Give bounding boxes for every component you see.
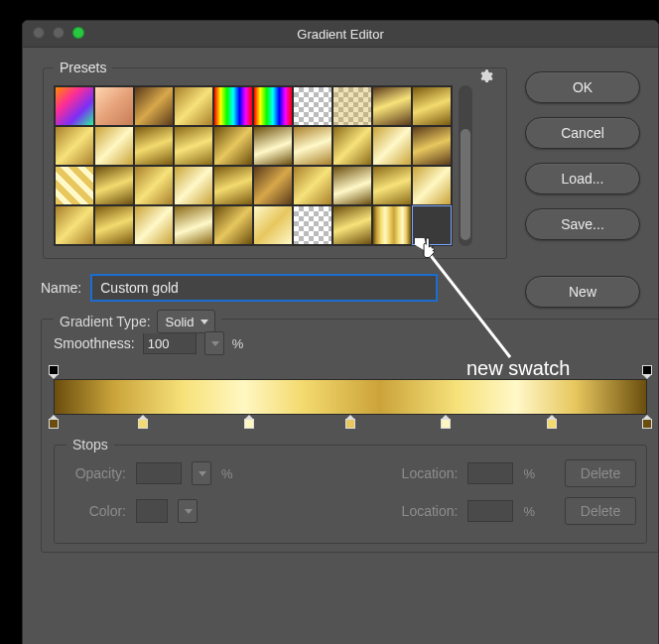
preset-swatch[interactable] xyxy=(253,166,293,205)
preset-swatch[interactable] xyxy=(55,205,94,245)
color-label: Color: xyxy=(65,503,126,519)
color-stop[interactable] xyxy=(244,415,254,425)
presets-scrollbar[interactable] xyxy=(459,85,472,246)
smoothness-input[interactable] xyxy=(143,332,197,354)
preset-swatch[interactable] xyxy=(94,86,134,126)
preset-swatch[interactable] xyxy=(55,166,94,205)
gradient-bar[interactable] xyxy=(54,379,647,415)
preset-swatch[interactable] xyxy=(253,86,293,126)
color-stop-rail[interactable] xyxy=(54,415,647,429)
preset-swatch[interactable] xyxy=(293,126,332,166)
presets-label: Presets xyxy=(54,60,112,75)
presets-group: Presets xyxy=(43,60,507,259)
ok-button-label: OK xyxy=(573,79,593,95)
opacity-location-input xyxy=(467,462,513,484)
preset-swatch[interactable] xyxy=(412,205,452,245)
window-title: Gradient Editor xyxy=(297,27,383,42)
preset-swatch[interactable] xyxy=(213,86,253,126)
name-input[interactable] xyxy=(91,275,437,301)
opacity-stepper xyxy=(192,461,211,485)
annotation-text: new swatch xyxy=(466,357,571,380)
preset-swatch[interactable] xyxy=(332,166,372,205)
new-button[interactable]: New xyxy=(525,276,640,308)
preset-swatch[interactable] xyxy=(412,86,452,126)
stops-group: Stops Opacity: % Location: % Delete Colo… xyxy=(54,445,647,544)
save-button[interactable]: Save... xyxy=(525,208,640,240)
preset-swatch[interactable] xyxy=(94,126,134,166)
preset-swatch[interactable] xyxy=(293,86,332,126)
titlebar: Gradient Editor xyxy=(23,21,658,48)
preset-swatch[interactable] xyxy=(412,166,452,205)
color-stop[interactable] xyxy=(345,415,355,425)
gradient-type-value: Solid xyxy=(166,315,195,329)
presets-scrollbar-thumb[interactable] xyxy=(461,129,470,240)
opacity-unit: % xyxy=(221,466,233,481)
opacity-location-unit: % xyxy=(523,466,535,481)
preset-swatch[interactable] xyxy=(332,205,372,245)
preset-swatch[interactable] xyxy=(174,205,213,245)
preset-swatch[interactable] xyxy=(332,126,372,166)
color-stop-row: Color: Location: % Delete xyxy=(65,497,636,525)
gradient-editor-window: Gradient Editor Presets OK Cancel Load..… xyxy=(22,20,659,644)
save-button-label: Save... xyxy=(561,216,604,232)
opacity-stop-row: Opacity: % Location: % Delete xyxy=(65,459,636,487)
preset-swatch[interactable] xyxy=(174,126,213,166)
preset-swatch[interactable] xyxy=(134,126,174,166)
preset-swatch[interactable] xyxy=(293,205,332,245)
preset-swatch[interactable] xyxy=(213,205,253,245)
preset-grid[interactable] xyxy=(54,85,453,246)
preset-swatch[interactable] xyxy=(372,166,412,205)
color-location-unit: % xyxy=(523,504,535,519)
cancel-button[interactable]: Cancel xyxy=(525,117,640,149)
presets-gear-icon[interactable] xyxy=(476,67,494,85)
opacity-stop[interactable] xyxy=(642,365,652,375)
preset-swatch[interactable] xyxy=(134,205,174,245)
preset-swatch[interactable] xyxy=(372,205,412,245)
preset-swatch[interactable] xyxy=(372,86,412,126)
preset-swatch[interactable] xyxy=(55,126,94,166)
new-button-label: New xyxy=(569,284,596,300)
color-stop[interactable] xyxy=(547,415,557,425)
preset-swatch[interactable] xyxy=(253,205,293,245)
preset-swatch[interactable] xyxy=(174,86,213,126)
opacity-stop[interactable] xyxy=(49,365,59,375)
preset-swatch[interactable] xyxy=(134,86,174,126)
preset-swatch[interactable] xyxy=(372,126,412,166)
preset-swatch[interactable] xyxy=(94,166,134,205)
preset-swatch[interactable] xyxy=(174,166,213,205)
smoothness-stepper[interactable] xyxy=(204,331,224,355)
preset-swatch[interactable] xyxy=(293,166,332,205)
preset-swatch[interactable] xyxy=(94,205,134,245)
color-stop[interactable] xyxy=(49,415,59,425)
preset-swatch[interactable] xyxy=(213,166,253,205)
preset-swatch[interactable] xyxy=(412,126,452,166)
load-button-label: Load... xyxy=(562,171,604,187)
preset-swatch[interactable] xyxy=(253,126,293,166)
opacity-input xyxy=(136,462,182,484)
name-label: Name: xyxy=(41,280,81,296)
color-stop[interactable] xyxy=(642,415,652,425)
preset-swatch[interactable] xyxy=(332,86,372,126)
opacity-label: Opacity: xyxy=(65,465,126,481)
preset-swatch[interactable] xyxy=(134,166,174,205)
ok-button[interactable]: OK xyxy=(525,71,640,103)
load-button[interactable]: Load... xyxy=(525,163,640,194)
color-stop[interactable] xyxy=(138,415,148,425)
preset-swatch[interactable] xyxy=(55,86,94,126)
color-stop[interactable] xyxy=(441,415,451,425)
window-controls xyxy=(33,27,84,39)
opacity-delete-button: Delete xyxy=(565,459,636,487)
opacity-location-label: Location: xyxy=(402,465,459,481)
window-zoom-button[interactable] xyxy=(72,27,84,39)
color-well xyxy=(136,499,168,523)
window-minimize-button[interactable] xyxy=(53,27,65,39)
preset-swatch[interactable] xyxy=(213,126,253,166)
window-close-button[interactable] xyxy=(33,27,45,39)
color-location-input xyxy=(467,500,513,522)
stops-label: Stops xyxy=(66,437,114,452)
color-stepper xyxy=(178,499,198,523)
gradient-type-group: Gradient Type: Solid Smoothness: % Stops xyxy=(41,319,659,553)
opacity-delete-label: Delete xyxy=(581,465,620,481)
dialog-buttons: OK Cancel Load... Save... New xyxy=(525,71,640,308)
gradient-type-select[interactable]: Solid xyxy=(157,310,215,333)
